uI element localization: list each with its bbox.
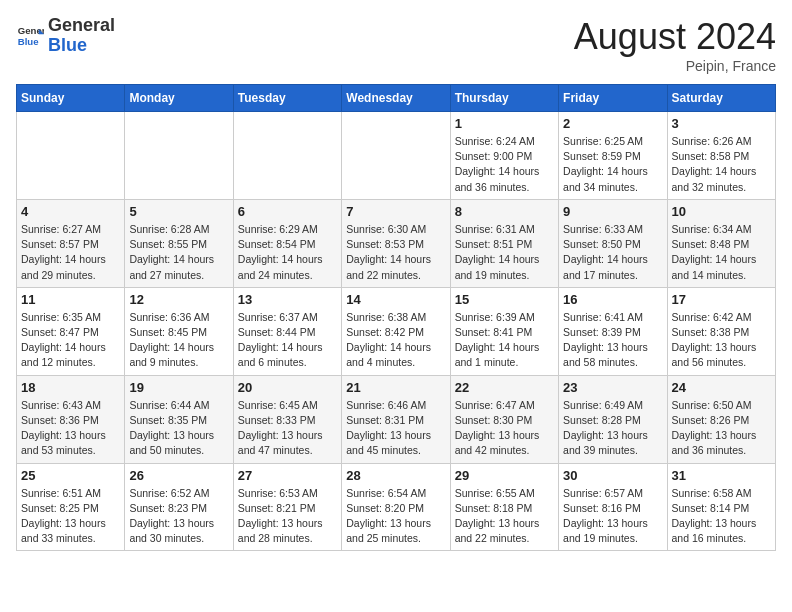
calendar-week-row: 1Sunrise: 6:24 AM Sunset: 9:00 PM Daylig… (17, 112, 776, 200)
calendar-cell: 16Sunrise: 6:41 AM Sunset: 8:39 PM Dayli… (559, 287, 667, 375)
svg-text:Blue: Blue (18, 36, 39, 47)
calendar-week-row: 18Sunrise: 6:43 AM Sunset: 8:36 PM Dayli… (17, 375, 776, 463)
logo: General Blue General Blue (16, 16, 115, 56)
calendar-cell: 23Sunrise: 6:49 AM Sunset: 8:28 PM Dayli… (559, 375, 667, 463)
calendar-cell: 1Sunrise: 6:24 AM Sunset: 9:00 PM Daylig… (450, 112, 558, 200)
calendar-cell: 14Sunrise: 6:38 AM Sunset: 8:42 PM Dayli… (342, 287, 450, 375)
weekday-header: Monday (125, 85, 233, 112)
day-number: 26 (129, 468, 228, 483)
calendar-cell: 11Sunrise: 6:35 AM Sunset: 8:47 PM Dayli… (17, 287, 125, 375)
day-number: 8 (455, 204, 554, 219)
day-info: Sunrise: 6:26 AM Sunset: 8:58 PM Dayligh… (672, 134, 771, 195)
calendar-cell: 2Sunrise: 6:25 AM Sunset: 8:59 PM Daylig… (559, 112, 667, 200)
day-info: Sunrise: 6:39 AM Sunset: 8:41 PM Dayligh… (455, 310, 554, 371)
day-number: 10 (672, 204, 771, 219)
location: Peipin, France (574, 58, 776, 74)
day-info: Sunrise: 6:41 AM Sunset: 8:39 PM Dayligh… (563, 310, 662, 371)
day-info: Sunrise: 6:35 AM Sunset: 8:47 PM Dayligh… (21, 310, 120, 371)
calendar-cell (342, 112, 450, 200)
day-info: Sunrise: 6:31 AM Sunset: 8:51 PM Dayligh… (455, 222, 554, 283)
calendar-cell: 30Sunrise: 6:57 AM Sunset: 8:16 PM Dayli… (559, 463, 667, 551)
day-info: Sunrise: 6:44 AM Sunset: 8:35 PM Dayligh… (129, 398, 228, 459)
day-number: 3 (672, 116, 771, 131)
logo-general-text: General (48, 15, 115, 35)
day-number: 27 (238, 468, 337, 483)
calendar-cell (233, 112, 341, 200)
calendar-cell: 5Sunrise: 6:28 AM Sunset: 8:55 PM Daylig… (125, 199, 233, 287)
day-info: Sunrise: 6:58 AM Sunset: 8:14 PM Dayligh… (672, 486, 771, 547)
day-info: Sunrise: 6:37 AM Sunset: 8:44 PM Dayligh… (238, 310, 337, 371)
calendar-cell: 4Sunrise: 6:27 AM Sunset: 8:57 PM Daylig… (17, 199, 125, 287)
calendar-cell: 19Sunrise: 6:44 AM Sunset: 8:35 PM Dayli… (125, 375, 233, 463)
day-number: 24 (672, 380, 771, 395)
day-number: 12 (129, 292, 228, 307)
day-number: 1 (455, 116, 554, 131)
day-number: 15 (455, 292, 554, 307)
day-info: Sunrise: 6:33 AM Sunset: 8:50 PM Dayligh… (563, 222, 662, 283)
day-info: Sunrise: 6:53 AM Sunset: 8:21 PM Dayligh… (238, 486, 337, 547)
day-info: Sunrise: 6:47 AM Sunset: 8:30 PM Dayligh… (455, 398, 554, 459)
weekday-header: Thursday (450, 85, 558, 112)
day-number: 6 (238, 204, 337, 219)
calendar-cell: 20Sunrise: 6:45 AM Sunset: 8:33 PM Dayli… (233, 375, 341, 463)
day-info: Sunrise: 6:24 AM Sunset: 9:00 PM Dayligh… (455, 134, 554, 195)
day-info: Sunrise: 6:50 AM Sunset: 8:26 PM Dayligh… (672, 398, 771, 459)
calendar-week-row: 11Sunrise: 6:35 AM Sunset: 8:47 PM Dayli… (17, 287, 776, 375)
day-number: 30 (563, 468, 662, 483)
calendar-cell: 8Sunrise: 6:31 AM Sunset: 8:51 PM Daylig… (450, 199, 558, 287)
day-number: 16 (563, 292, 662, 307)
calendar-cell: 17Sunrise: 6:42 AM Sunset: 8:38 PM Dayli… (667, 287, 775, 375)
day-info: Sunrise: 6:42 AM Sunset: 8:38 PM Dayligh… (672, 310, 771, 371)
day-info: Sunrise: 6:46 AM Sunset: 8:31 PM Dayligh… (346, 398, 445, 459)
day-info: Sunrise: 6:36 AM Sunset: 8:45 PM Dayligh… (129, 310, 228, 371)
calendar-cell: 12Sunrise: 6:36 AM Sunset: 8:45 PM Dayli… (125, 287, 233, 375)
day-number: 28 (346, 468, 445, 483)
day-number: 4 (21, 204, 120, 219)
day-info: Sunrise: 6:45 AM Sunset: 8:33 PM Dayligh… (238, 398, 337, 459)
day-number: 17 (672, 292, 771, 307)
calendar-cell: 29Sunrise: 6:55 AM Sunset: 8:18 PM Dayli… (450, 463, 558, 551)
day-number: 18 (21, 380, 120, 395)
calendar-cell: 24Sunrise: 6:50 AM Sunset: 8:26 PM Dayli… (667, 375, 775, 463)
month-year: August 2024 (574, 16, 776, 58)
calendar-week-row: 4Sunrise: 6:27 AM Sunset: 8:57 PM Daylig… (17, 199, 776, 287)
day-number: 7 (346, 204, 445, 219)
day-number: 19 (129, 380, 228, 395)
calendar-cell: 10Sunrise: 6:34 AM Sunset: 8:48 PM Dayli… (667, 199, 775, 287)
calendar-header: SundayMondayTuesdayWednesdayThursdayFrid… (17, 85, 776, 112)
day-info: Sunrise: 6:43 AM Sunset: 8:36 PM Dayligh… (21, 398, 120, 459)
day-info: Sunrise: 6:28 AM Sunset: 8:55 PM Dayligh… (129, 222, 228, 283)
weekday-row: SundayMondayTuesdayWednesdayThursdayFrid… (17, 85, 776, 112)
calendar-cell: 18Sunrise: 6:43 AM Sunset: 8:36 PM Dayli… (17, 375, 125, 463)
calendar-cell: 26Sunrise: 6:52 AM Sunset: 8:23 PM Dayli… (125, 463, 233, 551)
weekday-header: Sunday (17, 85, 125, 112)
day-info: Sunrise: 6:52 AM Sunset: 8:23 PM Dayligh… (129, 486, 228, 547)
logo-blue-text: Blue (48, 35, 87, 55)
calendar-cell: 13Sunrise: 6:37 AM Sunset: 8:44 PM Dayli… (233, 287, 341, 375)
logo-icon: General Blue (16, 22, 44, 50)
calendar-cell: 31Sunrise: 6:58 AM Sunset: 8:14 PM Dayli… (667, 463, 775, 551)
weekday-header: Saturday (667, 85, 775, 112)
page-header: General Blue General Blue August 2024 Pe… (16, 16, 776, 74)
calendar-cell: 28Sunrise: 6:54 AM Sunset: 8:20 PM Dayli… (342, 463, 450, 551)
day-number: 29 (455, 468, 554, 483)
calendar-cell: 7Sunrise: 6:30 AM Sunset: 8:53 PM Daylig… (342, 199, 450, 287)
title-block: August 2024 Peipin, France (574, 16, 776, 74)
day-info: Sunrise: 6:54 AM Sunset: 8:20 PM Dayligh… (346, 486, 445, 547)
calendar-cell: 25Sunrise: 6:51 AM Sunset: 8:25 PM Dayli… (17, 463, 125, 551)
calendar-table: SundayMondayTuesdayWednesdayThursdayFrid… (16, 84, 776, 551)
day-number: 13 (238, 292, 337, 307)
day-number: 31 (672, 468, 771, 483)
day-info: Sunrise: 6:27 AM Sunset: 8:57 PM Dayligh… (21, 222, 120, 283)
calendar-cell (125, 112, 233, 200)
calendar-cell: 3Sunrise: 6:26 AM Sunset: 8:58 PM Daylig… (667, 112, 775, 200)
calendar-cell: 9Sunrise: 6:33 AM Sunset: 8:50 PM Daylig… (559, 199, 667, 287)
calendar-week-row: 25Sunrise: 6:51 AM Sunset: 8:25 PM Dayli… (17, 463, 776, 551)
day-info: Sunrise: 6:38 AM Sunset: 8:42 PM Dayligh… (346, 310, 445, 371)
day-number: 9 (563, 204, 662, 219)
day-number: 14 (346, 292, 445, 307)
day-number: 21 (346, 380, 445, 395)
day-info: Sunrise: 6:29 AM Sunset: 8:54 PM Dayligh… (238, 222, 337, 283)
calendar-body: 1Sunrise: 6:24 AM Sunset: 9:00 PM Daylig… (17, 112, 776, 551)
day-info: Sunrise: 6:51 AM Sunset: 8:25 PM Dayligh… (21, 486, 120, 547)
